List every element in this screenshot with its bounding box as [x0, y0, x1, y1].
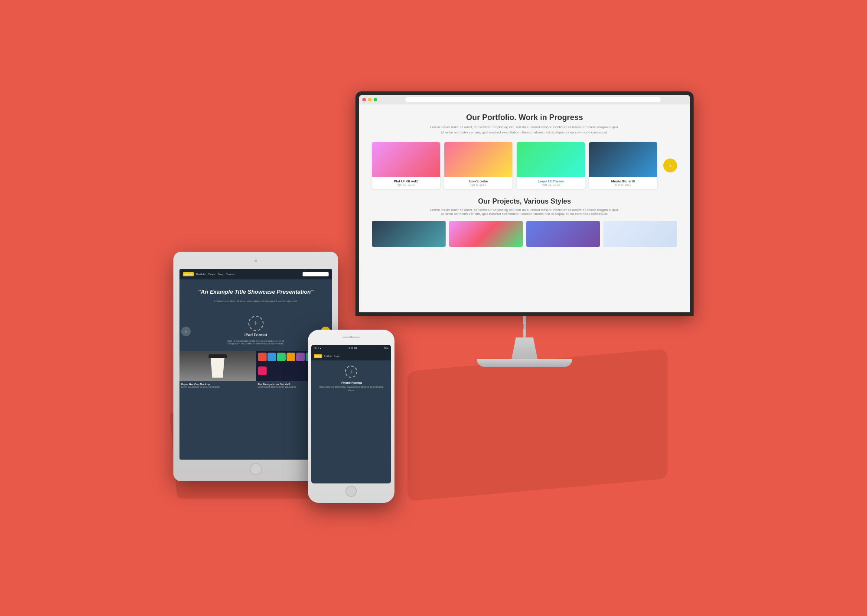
iphone-camera — [350, 336, 352, 338]
imac-url-bar — [405, 97, 661, 102]
imac-shadow — [407, 349, 668, 501]
iphone-card-title: iPhone Format — [316, 381, 386, 384]
iphone-screen: BELL ▼ 4:21 PM 20% Home Portfolio Drops … — [311, 345, 391, 483]
portfolio-img-4 — [589, 142, 657, 177]
iphone-hero-arrows: + — [316, 366, 386, 378]
iphone-card-desc: Ullus aediles sit doloremque laudantium … — [316, 386, 386, 392]
ipad-nav-search[interactable] — [303, 272, 329, 276]
hot-cup-image — [179, 351, 256, 381]
iphone-nav: Home Portfolio Drops — [311, 352, 391, 360]
portfolio-card-3[interactable]: Loqui UI Theme Mar 25, 2013 — [517, 142, 585, 189]
portfolio-info-2: Icon's troke Apr 6, 2013 — [444, 177, 512, 189]
hot-cup-desc: Lorem ipsum dolor sit amet, consectetur — [181, 386, 254, 388]
apple-logo-icon:  — [523, 322, 526, 331]
project-thumb-4 — [603, 221, 677, 247]
portfolio-img-2 — [444, 142, 512, 177]
ipad-grid-caption-cup: Paper Hot Cup Mockup Lorem ipsum dolor s… — [179, 381, 256, 390]
portfolio-date-1: Apr 10, 2013 — [375, 183, 437, 186]
imac-top-bar — [359, 95, 690, 104]
ipad-nav: Home Portfolio Drops Blog Contact — [179, 269, 332, 279]
ipad-nav-contact: Contact — [226, 273, 235, 276]
ipad-nav-drops: Drops — [209, 273, 215, 276]
imac-chin:  — [523, 316, 526, 337]
imac-stand-base — [477, 359, 572, 367]
imac-maximize-dot — [374, 98, 377, 101]
ipad-nav-portfolio: Portfolio — [196, 273, 206, 276]
imac-close-dot — [362, 98, 366, 101]
ipad-prev-arrow[interactable]: ‹ — [181, 327, 191, 336]
portfolio-card-1[interactable]: Flat UI Kit vol1 Apr 10, 2013 — [372, 142, 440, 189]
imac-minimize-dot — [368, 98, 372, 101]
portfolio-info-3: Loqui UI Theme Mar 25, 2013 — [517, 177, 585, 189]
ipad-nav-blog: Blog — [218, 273, 223, 276]
iphone-nav-portfolio: Portfolio — [324, 355, 332, 357]
ipad-card-title: iPad Format — [244, 333, 267, 337]
portfolio-img-3 — [517, 142, 585, 177]
iphone-battery: 20% — [384, 347, 388, 350]
ipad-nav-logo: Home — [183, 272, 194, 276]
iphone-hero: + iPhone Format Ullus aediles sit dolore… — [311, 360, 391, 397]
portfolio-card-4[interactable]: Music Store UI Mar 8, 2013 — [589, 142, 657, 189]
portfolio-date-3: Mar 25, 2013 — [520, 183, 581, 186]
imac-screen: Our Portfolio. Work in Progress Lorem ip… — [359, 104, 690, 312]
ipad-hero: "An Example Title Showcase Presentation"… — [179, 279, 332, 312]
iphone-nav-drops: Drops — [334, 355, 339, 357]
main-scene: Our Portfolio. Work in Progress Lorem ip… — [173, 91, 694, 525]
iphone-status-bar: BELL ▼ 4:21 PM 20% — [311, 345, 391, 352]
portfolio-name-3: Loqui UI Theme — [520, 179, 581, 183]
imac-stand-neck — [503, 337, 546, 359]
portfolio-date-2: Apr 6, 2013 — [448, 183, 509, 186]
imac-portfolio-grid: Flat UI Kit vol1 Apr 10, 2013 Icon's tro… — [372, 142, 677, 189]
imac-monitor: Our Portfolio. Work in Progress Lorem ip… — [355, 91, 694, 316]
ipad-home-button[interactable] — [250, 463, 262, 475]
ipad-hero-title: "An Example Title Showcase Presentation" — [186, 288, 325, 296]
iphone-nav-logo: Home — [314, 354, 322, 358]
imac-projects-row — [372, 221, 677, 247]
portfolio-name-1: Flat UI Kit vol1 — [375, 179, 437, 183]
ipad-add-btn[interactable]: + — [248, 316, 264, 331]
imac-portfolio-desc: Lorem ipsum dolor sit amet, consectetur … — [372, 125, 677, 135]
iphone-carrier: BELL ▼ — [314, 347, 322, 350]
ipad-camera — [254, 259, 257, 262]
imac-device: Our Portfolio. Work in Progress Lorem ip… — [355, 91, 694, 367]
imac-projects-title: Our Projects, Various Styles — [372, 198, 677, 205]
portfolio-info-4: Music Store UI Mar 8, 2013 — [589, 177, 657, 189]
portfolio-img-1 — [372, 142, 440, 177]
iphone-add-btn[interactable]: + — [345, 366, 357, 378]
iphone-time: 4:21 PM — [349, 347, 357, 350]
imac-monitor-inner: Our Portfolio. Work in Progress Lorem ip… — [359, 95, 690, 312]
project-thumb-1 — [372, 221, 446, 247]
portfolio-info-1: Flat UI Kit vol1 Apr 10, 2013 — [372, 177, 440, 189]
ipad-grid-item-cup: Paper Hot Cup Mockup Lorem ipsum dolor s… — [179, 351, 256, 399]
portfolio-next-arrow[interactable]: › — [663, 159, 677, 172]
portfolio-name-4: Music Store UI — [593, 179, 654, 183]
iphone-device: BELL ▼ 4:21 PM 20% Home Portfolio Drops … — [308, 330, 394, 503]
project-thumb-2 — [449, 221, 523, 247]
portfolio-name-2: Icon's troke — [448, 179, 509, 183]
ipad-card-info: Sed ut perspiciatis unde omnis iste natu… — [227, 340, 284, 347]
iphone-home-button[interactable] — [345, 486, 357, 497]
imac-projects-desc: Lorem ipsum dolor sit amet, consectetur … — [372, 208, 677, 216]
portfolio-card-2[interactable]: Icon's troke Apr 6, 2013 — [444, 142, 512, 189]
imac-portfolio-title: Our Portfolio. Work in Progress — [372, 113, 677, 122]
project-thumb-3 — [526, 221, 600, 247]
portfolio-date-4: Mar 8, 2013 — [593, 183, 654, 186]
iphone-body: BELL ▼ 4:21 PM 20% Home Portfolio Drops … — [308, 330, 394, 503]
ipad-hero-desc: Lorem ipsum dolor sit amet, consectetur … — [186, 299, 325, 304]
